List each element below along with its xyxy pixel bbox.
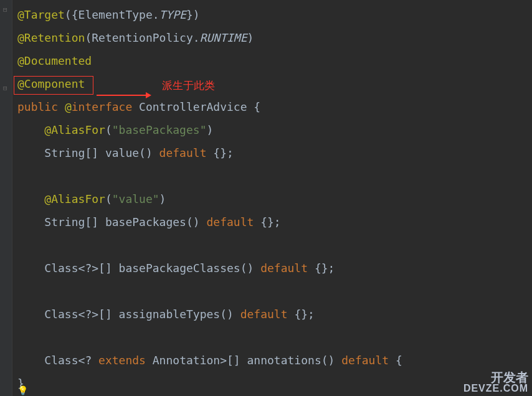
code-line-7: String[] value() default {};	[17, 141, 402, 164]
code-area[interactable]: @Target({ElementType.TYPE}) @Retention(R…	[17, 3, 402, 395]
annotation-target: @Target	[17, 8, 65, 21]
code-line-2: @Retention(RetentionPolicy.RUNTIME)	[17, 26, 402, 49]
code-line-17: }	[17, 372, 402, 395]
code-line-15	[17, 326, 402, 349]
annotation-label: 派生于此类	[162, 76, 215, 95]
code-line-5: public @interface ControllerAdvice {	[17, 95, 402, 118]
watermark-line1: 开发者	[491, 370, 528, 384]
fold-icon-top[interactable]: ⊟	[3, 4, 7, 16]
code-line-6: @AliasFor("basePackages")	[17, 118, 402, 141]
code-line-8	[17, 164, 402, 187]
code-line-3: @Documented	[17, 49, 402, 72]
watermark: 开发者 DEVZE.COM	[463, 371, 528, 394]
annotation-aliasfor2: @AliasFor	[44, 192, 105, 205]
annotation-aliasfor1: @AliasFor	[44, 123, 105, 136]
code-line-16: Class<? extends Annotation>[] annotation…	[17, 349, 402, 372]
annotation-documented: @Documented	[17, 54, 92, 67]
code-line-1: @Target({ElementType.TYPE})	[17, 3, 402, 26]
code-line-9: @AliasFor("value")	[17, 187, 402, 210]
annotation-retention: @Retention	[17, 31, 85, 44]
watermark-line2: DEVZE.COM	[463, 384, 528, 394]
annotation-component: @Component	[17, 77, 85, 90]
fold-marker[interactable]: ⊟	[3, 82, 7, 95]
code-line-12: Class<?>[] basePackageClasses() default …	[17, 257, 402, 280]
code-line-13	[17, 280, 402, 303]
code-line-11	[17, 233, 402, 257]
editor-gutter: ⊟ ⊟	[0, 0, 12, 396]
code-line-14: Class<?>[] assignableTypes() default {};	[17, 303, 402, 326]
lightbulb-icon[interactable]: 💡	[17, 383, 28, 396]
code-line-10: String[] basePackages() default {};	[17, 210, 402, 233]
